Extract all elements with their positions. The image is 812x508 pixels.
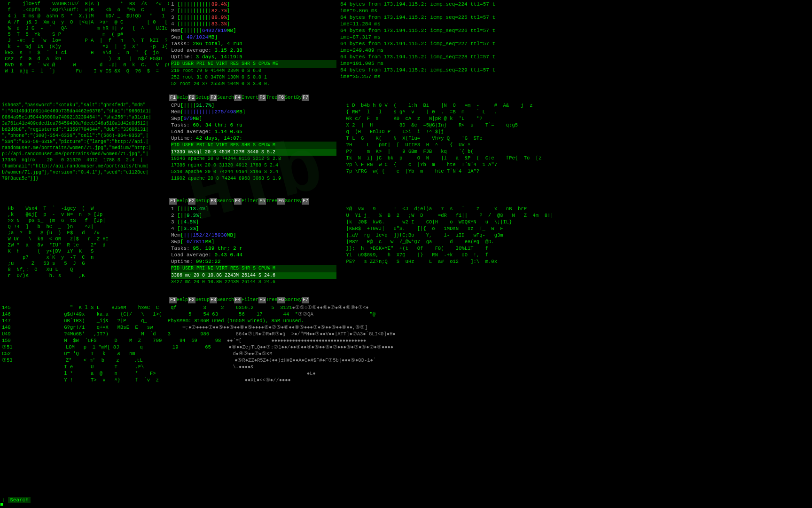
process-row-mc2: 3427 mc 20 0 10.8G 2243M 26144 S 24.6 — [171, 279, 336, 286]
f3-label-3: Search — [217, 297, 234, 303]
bottom-content: 145 " K l S L 8J5eM hxeC C qf 3 2 6359.2… — [2, 304, 810, 383]
f5-label-3: Tree — [266, 297, 277, 303]
cpu3-row: 3 [||||||||||88.9%] — [171, 14, 336, 21]
cpu4-bar: |||||||||| — [180, 21, 211, 27]
mem-row-3: Mem[|||152/2/15930MB] — [171, 232, 336, 238]
cpu-row-2: CPU[||||31.7%] — [171, 102, 336, 109]
f5-label-2: Tree — [266, 198, 277, 205]
process-header-2: PID USER PRI NI VIRT RES SHR S CPU% M — [171, 142, 336, 149]
f2-label-3: Setup — [195, 297, 210, 303]
process-header-1: PID USER PRI NI VIRT RES SHR S CPU% ME — [171, 60, 336, 68]
mem-row: Mem[||||||6492/819MB] — [171, 27, 336, 34]
pane-lowcenter: 1 [|||13.4%] 2 [||9.3%] 3 [|4.5%] 4 [|3.… — [169, 205, 338, 303]
pane-lowleft: Hb Wsx4 T ` -1gcy ( W ,k @&j[ p - v N= n… — [0, 205, 169, 303]
tasks-info-3: Tasks: 95, 189 thr; 2 r Load average: 0.… — [171, 245, 336, 265]
f2-key[interactable]: F2 — [188, 95, 195, 101]
cpu-section-1: 1 [||||||||||89.4%] 2 [||||||||||82.7%] … — [171, 1, 336, 40]
cpu1-row: 1 [||||||||||89.4%] — [171, 1, 336, 8]
pane-midright: t D b4b h 0 V ( l:h Bi |N O =m - # A& j … — [338, 101, 812, 205]
process-row-3: 52 root 20 37 2555M 104M 0 S 3.0 0. — [171, 81, 336, 87]
f3-key[interactable]: F3 — [210, 95, 217, 101]
f2-key-2[interactable]: F2 — [188, 198, 195, 205]
process-row-mysql: 17339 mysql 20 0 451M 127M 3440 S 5.2 — [171, 149, 336, 156]
process-row-apache2: 5310 apache 20 0 74244 9164 3196 S 2.4 — [171, 169, 336, 175]
pane-midleft: ish663","password":"kotaku","salt":"ghr4… — [0, 101, 169, 205]
f3-label-2: Search — [217, 198, 234, 205]
cpu-section-2: CPU[||||31.7%] Mem[||||||||||275/498MB] … — [171, 102, 336, 122]
process-row-2: 252 root 31 0 3478M 130M 0 S 0.0 1 — [171, 74, 336, 81]
cpu2-bar: |||||||||| — [180, 8, 211, 14]
pane-lowright: x@ v% 9 ! <J djel)a 7 s ` z x nB brP U Y… — [338, 205, 812, 303]
f2-label-2: Setup — [195, 198, 210, 205]
tasks-info-1: Tasks: 286 total, 4 run Load average: 3.… — [171, 40, 336, 60]
f1-label: Help — [177, 95, 188, 101]
f4-label-3: Filter — [242, 297, 258, 303]
cpu4-row: 4 [||||||||||83.3%] — [171, 21, 336, 27]
process-row-nginx: 17386 nginx 20 0 31320 4912 1788 S 2.4 — [171, 162, 336, 169]
f4-key[interactable]: F4 — [234, 95, 242, 101]
topleft-content: r jlOENf VAUGK:uJ/ 8|A ) * R3 /s ^# G Z<… — [2, 1, 167, 74]
cpu2-row-3: 2 [||9.3%] — [171, 212, 336, 219]
f3-key-3[interactable]: F3 — [210, 297, 217, 303]
process-header-3: PID USER PRI NI VIRT RES SHR S CPU% M — [171, 265, 336, 272]
cpu2-row: 2 [||||||||||82.7%] — [171, 8, 336, 14]
fnbar-3: F1Help F2Setup F3Search F4Filter F5Tree … — [169, 297, 338, 303]
cursor-prompt: ■ — [0, 501, 3, 508]
tasks-info-2: Tasks: 60, 34 thr; 6 ru Load average: 1.… — [171, 122, 336, 142]
f6-key-3[interactable]: F6 — [277, 297, 285, 303]
pane-topmid: 1 [||||||||||89.4%] 2 [||||||||||82.7%] … — [169, 0, 338, 101]
f1-label-3: Help — [177, 297, 188, 303]
f4-key-3[interactable]: F4 — [234, 297, 242, 303]
bottom-prompt: ■ — [0, 501, 3, 508]
f1-key[interactable]: F1 — [169, 95, 177, 101]
midright-content: t D b4b h 0 V ( l:h Bi |N O =m - # A& j … — [340, 102, 810, 175]
f4-label: Invert — [242, 95, 258, 101]
cpu1-row-3: 1 [|||13.4%] — [171, 206, 336, 212]
pane-bottom: 145 " K l S L 8J5eM hxeC C qf 3 2 6359.2… — [0, 303, 812, 508]
f1-key-2[interactable]: F1 — [169, 198, 177, 205]
swp-row-3: Swp[ 0/7811MB] — [171, 238, 336, 245]
terminal-container: r jlOENf VAUGK:uJ/ 8|A ) * R3 /s ^# G Z<… — [0, 0, 812, 508]
f6-label-2: SortBy — [285, 198, 302, 205]
f7-key-2[interactable]: F7 — [302, 198, 309, 205]
f7-key[interactable]: F7 — [302, 95, 309, 101]
lowleft-content: Hb Wsx4 T ` -1gcy ( W ,k @&j[ p - v N= n… — [2, 206, 167, 279]
f3-label: Search — [217, 95, 234, 101]
search-prompt: : Search — [2, 497, 31, 503]
cpu3-row-3: 3 [|4.5%] — [171, 219, 336, 225]
f4-label-2: Filter — [242, 198, 258, 205]
f6-key[interactable]: F6 — [277, 95, 285, 101]
search-label[interactable]: Search — [8, 497, 31, 503]
f2-label: Setup — [195, 95, 210, 101]
f6-label: SortBy — [285, 95, 302, 101]
f5-label: Tree — [266, 95, 277, 101]
process-row-mc1: 3386 mc 20 0 10.8G 2243M 26144 S 24.6 — [171, 272, 336, 279]
f4-key-2[interactable]: F4 — [234, 198, 242, 205]
json-content: ish663","password":"kotaku","salt":"ghr4… — [2, 102, 167, 182]
pane-topleft: r jlOENf VAUGK:uJ/ 8|A ) * R3 /s ^# G Z<… — [0, 0, 169, 101]
f5-key[interactable]: F5 — [258, 95, 266, 101]
f2-key-3[interactable]: F2 — [188, 297, 195, 303]
process-row-apache3: 11902 apache 20 0 74244 8968 3068 S 1.9 — [171, 175, 336, 182]
f5-key-2[interactable]: F5 — [258, 198, 266, 205]
process-row-apache1: 19246 apache 20 0 74244 9116 3212 S 2.8 — [171, 156, 336, 162]
swp-row: Swp[ 49/1024MB] — [171, 34, 336, 40]
f3-key-2[interactable]: F3 — [210, 198, 217, 205]
lowright-content: x@ v% 9 ! <J djel)a 7 s ` z x nB brP U Y… — [340, 206, 810, 265]
f6-label-3: SortBy — [285, 297, 302, 303]
f5-key-3[interactable]: F5 — [258, 297, 266, 303]
cpu4-row-3: 4 [|3.3%] — [171, 225, 336, 232]
pane-topright: 64 bytes from 173.194.115.2: icmp_seq=22… — [338, 0, 812, 101]
fnbar-2: F1Help F2Setup F3Search F4Filter F5Tree … — [169, 198, 338, 205]
mem-row-2: Mem[||||||||||275/498MB] — [171, 109, 336, 115]
f1-label-2: Help — [177, 198, 188, 205]
f7-key-3[interactable]: F7 — [302, 297, 309, 303]
ping-output: 64 bytes from 173.194.115.2: icmp_seq=22… — [340, 1, 810, 80]
f6-key-2[interactable]: F6 — [277, 198, 285, 205]
cpu3-bar: |||||||||| — [180, 15, 211, 20]
cpu-section-3: 1 [|||13.4%] 2 [||9.3%] 3 [|4.5%] 4 [|3.… — [171, 206, 336, 245]
fnbar-1: F1Help F2Setup F3Search F4Invert F5Tree … — [169, 95, 338, 101]
pane-midcenter: CPU[||||31.7%] Mem[||||||||||275/498MB] … — [169, 101, 338, 205]
swp-row-2: Swp[0/0MB] — [171, 115, 336, 122]
f1-key-3[interactable]: F1 — [169, 297, 177, 303]
